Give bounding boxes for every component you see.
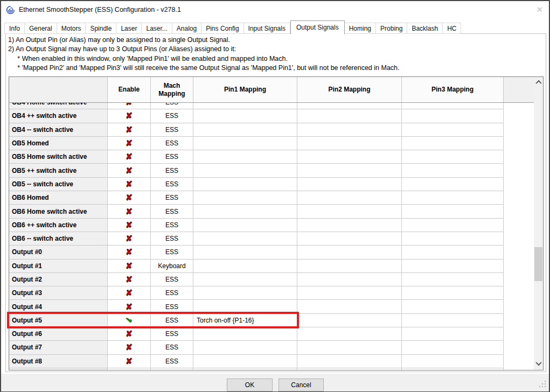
pin1-mapping-cell[interactable] bbox=[193, 232, 297, 246]
pin3-mapping-cell[interactable] bbox=[402, 137, 504, 150]
pin3-mapping-cell[interactable] bbox=[402, 286, 504, 300]
enable-cell[interactable]: ✘ bbox=[108, 205, 151, 218]
mach-mapping-cell[interactable]: ESS bbox=[151, 103, 193, 109]
pin2-mapping-cell[interactable] bbox=[297, 178, 402, 191]
mach-mapping-cell[interactable]: ESS bbox=[151, 178, 193, 191]
tab-laser[interactable]: Laser bbox=[116, 23, 142, 34]
pin1-mapping-cell[interactable] bbox=[193, 137, 297, 150]
pin1-mapping-cell[interactable] bbox=[193, 300, 297, 313]
scrollbar-thumb[interactable] bbox=[534, 247, 542, 281]
enable-cell[interactable]: ✘ bbox=[108, 123, 151, 137]
tab-input-signals[interactable]: Input Signals bbox=[244, 23, 290, 34]
cancel-button[interactable]: Cancel bbox=[279, 379, 324, 391]
resize-grip-icon[interactable] bbox=[545, 386, 546, 387]
tab-spindle[interactable]: Spindle bbox=[86, 23, 116, 34]
mach-mapping-cell[interactable]: ESS bbox=[151, 341, 193, 354]
enable-cell[interactable]: ✘ bbox=[108, 232, 151, 246]
pin3-mapping-cell[interactable] bbox=[402, 232, 504, 246]
mach-mapping-cell[interactable]: ESS bbox=[151, 219, 193, 232]
pin1-mapping-cell[interactable]: Torch on-off {P1-16} bbox=[193, 314, 297, 327]
tab-general[interactable]: General bbox=[25, 23, 57, 34]
pin3-mapping-cell[interactable] bbox=[402, 103, 504, 109]
pin1-mapping-cell[interactable] bbox=[193, 341, 297, 354]
mach-mapping-cell[interactable]: ESS bbox=[151, 109, 193, 123]
pin2-mapping-cell[interactable] bbox=[297, 109, 402, 123]
pin1-mapping-cell[interactable] bbox=[193, 150, 297, 164]
enable-cell[interactable]: ✘ bbox=[108, 164, 151, 177]
tab-backlash[interactable]: Backlash bbox=[407, 23, 443, 34]
mach-mapping-cell[interactable]: ESS bbox=[151, 205, 193, 218]
tab-homing[interactable]: Homing bbox=[345, 23, 376, 34]
enable-cell[interactable]: ✘ bbox=[108, 355, 151, 368]
pin1-mapping-cell[interactable] bbox=[193, 103, 297, 109]
pin3-mapping-cell[interactable] bbox=[402, 368, 504, 370]
mach-mapping-cell[interactable]: ESS bbox=[151, 232, 193, 246]
tab-output-signals[interactable]: Output Signals bbox=[290, 20, 345, 34]
pin3-mapping-cell[interactable] bbox=[402, 314, 504, 327]
pin1-mapping-cell[interactable] bbox=[193, 260, 297, 273]
pin3-mapping-cell[interactable] bbox=[402, 123, 504, 137]
mach-mapping-cell[interactable]: ESS bbox=[151, 273, 193, 286]
scroll-up-button[interactable] bbox=[534, 78, 543, 87]
pin2-mapping-cell[interactable] bbox=[297, 232, 402, 246]
vertical-scrollbar[interactable] bbox=[534, 77, 543, 370]
pin3-mapping-cell[interactable] bbox=[402, 300, 504, 313]
pin2-mapping-cell[interactable] bbox=[297, 164, 402, 177]
pin1-mapping-cell[interactable] bbox=[193, 368, 297, 370]
pin2-mapping-cell[interactable] bbox=[297, 327, 402, 341]
enable-cell[interactable]: ✘ bbox=[108, 137, 151, 150]
pin1-mapping-cell[interactable] bbox=[193, 178, 297, 191]
pin2-mapping-cell[interactable] bbox=[297, 260, 402, 273]
mach-mapping-cell[interactable]: ESS bbox=[151, 150, 193, 164]
tab-motors[interactable]: Motors bbox=[57, 23, 86, 34]
pin2-mapping-cell[interactable] bbox=[297, 286, 402, 300]
enable-cell[interactable]: ✘ bbox=[108, 219, 151, 232]
mach-mapping-cell[interactable]: ESS bbox=[151, 327, 193, 341]
pin2-mapping-cell[interactable] bbox=[297, 150, 402, 164]
tab-hc[interactable]: HC bbox=[443, 23, 461, 34]
pin1-mapping-cell[interactable] bbox=[193, 327, 297, 341]
pin2-mapping-cell[interactable] bbox=[297, 219, 402, 232]
mach-mapping-cell[interactable]: ESS bbox=[151, 137, 193, 150]
pin3-mapping-cell[interactable] bbox=[402, 273, 504, 286]
pin3-mapping-cell[interactable] bbox=[402, 219, 504, 232]
pin2-mapping-cell[interactable] bbox=[297, 137, 402, 150]
pin1-mapping-cell[interactable] bbox=[193, 191, 297, 205]
pin2-mapping-cell[interactable] bbox=[297, 273, 402, 286]
pin3-mapping-cell[interactable] bbox=[402, 191, 504, 205]
pin3-mapping-cell[interactable] bbox=[402, 341, 504, 354]
pin2-mapping-cell[interactable] bbox=[297, 341, 402, 354]
pin3-mapping-cell[interactable] bbox=[402, 327, 504, 341]
pin1-mapping-cell[interactable] bbox=[193, 286, 297, 300]
pin3-mapping-cell[interactable] bbox=[402, 150, 504, 164]
enable-cell[interactable]: ✘ bbox=[108, 103, 151, 109]
pin1-mapping-cell[interactable] bbox=[193, 205, 297, 218]
pin1-mapping-cell[interactable] bbox=[193, 355, 297, 368]
enable-cell[interactable]: ✘ bbox=[108, 150, 151, 164]
enable-cell[interactable]: ✘ bbox=[108, 300, 151, 313]
mach-mapping-cell[interactable]: ESS bbox=[151, 246, 193, 259]
mach-mapping-cell[interactable]: ESS bbox=[151, 314, 193, 327]
pin1-mapping-cell[interactable] bbox=[193, 219, 297, 232]
enable-cell[interactable]: ✘ bbox=[108, 273, 151, 286]
mach-mapping-cell[interactable]: Keyboard bbox=[151, 260, 193, 273]
pin3-mapping-cell[interactable] bbox=[402, 260, 504, 273]
ok-button[interactable]: OK bbox=[227, 379, 273, 391]
enable-cell[interactable]: ✘ bbox=[108, 327, 151, 341]
pin1-mapping-cell[interactable] bbox=[193, 109, 297, 123]
tab-laser[interactable]: Laser... bbox=[142, 23, 172, 34]
scroll-down-button[interactable] bbox=[534, 359, 543, 368]
enable-cell[interactable]: ✘ bbox=[108, 178, 151, 191]
pin2-mapping-cell[interactable] bbox=[297, 191, 402, 205]
pin1-mapping-cell[interactable] bbox=[193, 164, 297, 177]
mach-mapping-cell[interactable] bbox=[151, 368, 193, 370]
enable-cell[interactable]: ✘ bbox=[108, 260, 151, 273]
close-icon[interactable]: ✕ bbox=[536, 5, 543, 15]
pin3-mapping-cell[interactable] bbox=[402, 355, 504, 368]
pin2-mapping-cell[interactable] bbox=[297, 246, 402, 259]
pin3-mapping-cell[interactable] bbox=[402, 164, 504, 177]
mach-mapping-cell[interactable]: ESS bbox=[151, 300, 193, 313]
enable-cell[interactable]: ✘ bbox=[108, 341, 151, 354]
pin3-mapping-cell[interactable] bbox=[402, 178, 504, 191]
pin3-mapping-cell[interactable] bbox=[402, 246, 504, 259]
